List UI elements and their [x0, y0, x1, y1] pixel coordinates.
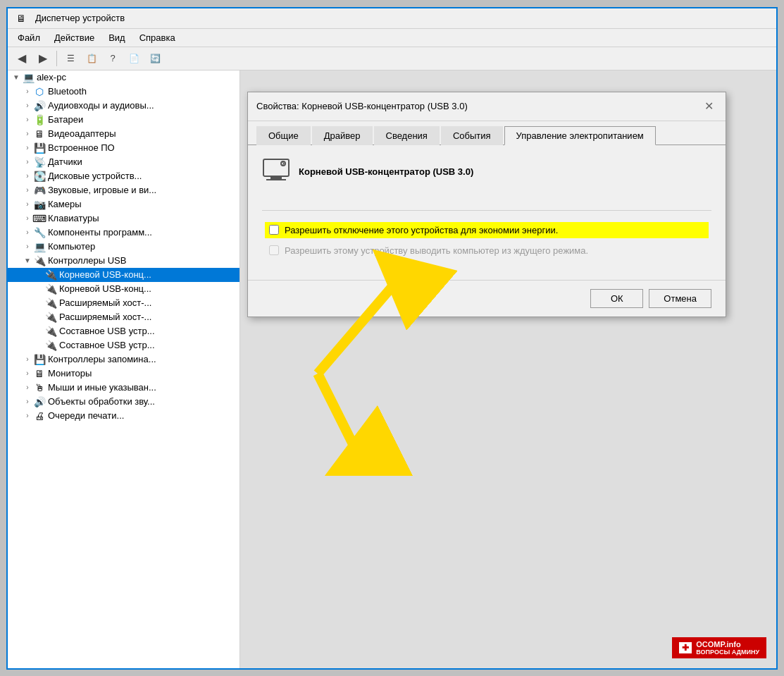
mouse-icon: 🖱 [33, 382, 46, 393]
menu-action[interactable]: Действие [47, 30, 101, 45]
forward-button[interactable]: ▶ [33, 49, 53, 68]
allow-poweroff-checkbox[interactable] [269, 225, 279, 235]
tree-item-monitors[interactable]: › 🖥 Мониторы [8, 367, 239, 381]
expand-icon[interactable]: ▼ [11, 72, 22, 83]
monitor-icon: 🖥 [33, 368, 46, 379]
tree-item-sensors[interactable]: › 📡 Датчики [8, 155, 239, 169]
tree-item-ext-host1[interactable]: 🔌 Расширяемый хост-... [8, 296, 239, 310]
device-tree[interactable]: ▼ 💻 alex-pc › ⬡ Bluetooth › 🔊 Аудиовходы… [8, 70, 240, 668]
tree-item-label: Контроллеры запомина... [48, 354, 156, 364]
expand-icon[interactable]: › [22, 199, 33, 210]
expand-icon[interactable]: › [22, 171, 33, 182]
expand-icon[interactable]: › [22, 396, 33, 407]
allow-poweroff-label[interactable]: Разрешить отключение этого устройства дл… [285, 225, 558, 235]
tree-item-storage[interactable]: › 💾 Контроллеры запомина... [8, 352, 239, 367]
sensor-icon: 📡 [33, 156, 46, 168]
tree-item-cameras[interactable]: › 📷 Камеры [8, 197, 239, 211]
tree-item-software[interactable]: › 🔧 Компоненты программ... [8, 226, 239, 240]
tree-item-keyboards[interactable]: › ⌨ Клавиатуры [8, 211, 239, 226]
menu-view[interactable]: Вид [101, 30, 132, 45]
tree-item-label: Мыши и иные указыван... [48, 382, 156, 393]
tree-item-usb-hub1[interactable]: 🔌 Корневой USB-конц... [8, 268, 239, 282]
tree-item-firmware[interactable]: › 💾 Встроенное ПО [8, 141, 239, 155]
tab-power[interactable]: Управление электропитанием [504, 126, 656, 145]
allow-wakeup-label: Разрешить этому устройству выводить комп… [285, 245, 588, 256]
tree-item-ext-host2[interactable]: 🔌 Расширяемый хост-... [8, 310, 239, 324]
tree-item-video[interactable]: › 🖥 Видеоадаптеры [8, 127, 239, 141]
expand-icon [33, 312, 44, 323]
tree-item-label: Датчики [48, 156, 82, 167]
tab-general[interactable]: Общие [256, 126, 311, 145]
expand-icon[interactable]: › [22, 382, 33, 393]
tree-root-alexpc[interactable]: ▼ 💻 alex-pc [8, 70, 239, 85]
expand-icon[interactable]: › [22, 156, 33, 168]
expand-icon[interactable]: › [22, 213, 33, 224]
expand-icon[interactable]: ▼ [22, 255, 33, 266]
tab-driver[interactable]: Драйвер [312, 126, 373, 145]
tree-item-composite-usb1[interactable]: 🔌 Составное USB устр... [8, 324, 239, 338]
tree-item-usb-controllers[interactable]: ▼ 🔌 Контроллеры USB [8, 254, 239, 268]
cancel-button[interactable]: Отмена [649, 289, 711, 308]
tab-events[interactable]: События [441, 126, 503, 145]
tree-item-print[interactable]: › 🖨 Очереди печати... [8, 409, 239, 423]
main-content: ▼ 💻 alex-pc › ⬡ Bluetooth › 🔊 Аудиовходы… [8, 70, 776, 668]
expand-icon[interactable]: › [22, 368, 33, 379]
usb-hub-icon: 🔌 [44, 283, 57, 295]
menu-help[interactable]: Справка [132, 30, 182, 45]
expand-icon[interactable]: › [22, 354, 33, 365]
usb-composite-icon: 🔌 [44, 340, 57, 351]
watermark: ✚ OCOMP.info ВОПРОСЫ АДМИНУ [672, 637, 766, 658]
tree-item-label: Объекты обработки зву... [48, 396, 155, 407]
ok-button[interactable]: ОК [590, 289, 643, 308]
tab-details[interactable]: Сведения [374, 126, 440, 145]
tree-item-label: Корневой USB-конц... [59, 269, 151, 280]
disk-icon: 💽 [33, 171, 46, 182]
tree-item-mice[interactable]: › 🖱 Мыши и иные указыван... [8, 381, 239, 395]
svg-rect-1 [270, 176, 282, 179]
expand-icon[interactable]: › [22, 241, 33, 252]
tree-item-bluetooth[interactable]: › ⬡ Bluetooth [8, 85, 239, 99]
tree-item-label: Контроллеры USB [48, 255, 126, 266]
expand-icon[interactable]: › [22, 86, 33, 97]
expand-icon[interactable]: › [22, 128, 33, 140]
tree-item-sound[interactable]: › 🎮 Звуковые, игровые и ви... [8, 183, 239, 197]
toolbar-btn-3[interactable]: 📄 [124, 49, 144, 68]
menu-bar: Файл Действие Вид Справка [8, 29, 776, 47]
device-name: Корневой USB-концентратор (USB 3.0) [299, 166, 473, 177]
tree-item-usb-hub2[interactable]: 🔌 Корневой USB-конц... [8, 282, 239, 296]
expand-icon[interactable]: › [22, 142, 33, 154]
dialog-titlebar: Свойства: Корневой USB-концентратор (USB… [248, 92, 726, 121]
toolbar-btn-4[interactable]: 🔄 [145, 49, 165, 68]
power-section: Разрешить отключение этого устройства дл… [262, 216, 711, 269]
menu-file[interactable]: Файл [11, 30, 47, 45]
battery-icon: 🔋 [33, 114, 46, 125]
expand-icon[interactable]: › [22, 185, 33, 196]
expand-icon[interactable]: › [22, 114, 33, 125]
expand-icon [33, 269, 44, 281]
keyboard-icon: ⌨ [33, 213, 46, 224]
window-icon: 🖥 [15, 13, 27, 24]
checkbox-row-1: Разрешить отключение этого устройства дл… [265, 222, 709, 238]
back-button[interactable]: ◀ [12, 49, 32, 68]
allow-wakeup-checkbox[interactable] [269, 245, 279, 255]
close-button[interactable]: ✕ [700, 98, 717, 115]
tree-item-disks[interactable]: › 💽 Дисковые устройств... [8, 169, 239, 183]
checkbox-row-2: Разрешить этому устройству выводить комп… [265, 245, 709, 256]
usb-composite-icon: 🔌 [44, 326, 57, 337]
title-bar: 🖥 Диспетчер устройств [8, 8, 776, 29]
toolbar-btn-help[interactable]: ? [103, 49, 123, 68]
properties-dialog: Свойства: Корневой USB-концентратор (USB… [247, 92, 726, 317]
tree-item-audio-objects[interactable]: › 🔊 Объекты обработки зву... [8, 395, 239, 409]
tree-item-audio[interactable]: › 🔊 Аудиовходы и аудиовы... [8, 99, 239, 113]
watermark-cross: ✚ [679, 642, 692, 653]
expand-icon[interactable]: › [22, 100, 33, 111]
expand-icon[interactable]: › [22, 410, 33, 422]
toolbar-btn-1[interactable]: ☰ [61, 49, 80, 68]
expand-icon[interactable]: › [22, 227, 33, 238]
tree-item-label: Bluetooth [48, 86, 87, 97]
tree-item-composite-usb2[interactable]: 🔌 Составное USB устр... [8, 338, 239, 352]
dialog-overlay: Свойства: Корневой USB-концентратор (USB… [240, 70, 776, 668]
tree-item-batteries[interactable]: › 🔋 Батареи [8, 113, 239, 127]
tree-item-computer[interactable]: › 💻 Компьютер [8, 240, 239, 254]
toolbar-btn-2[interactable]: 📋 [82, 49, 101, 68]
